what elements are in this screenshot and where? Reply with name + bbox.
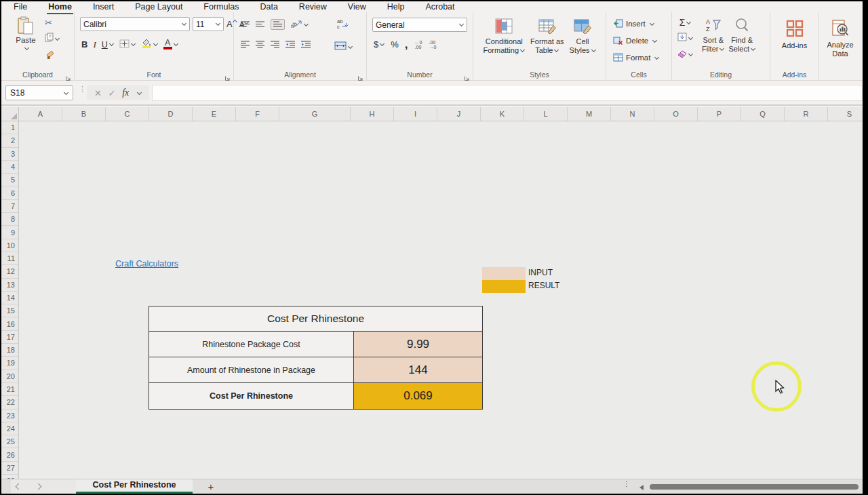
percent-style-button[interactable]: % xyxy=(391,39,399,50)
column-header-D[interactable]: D xyxy=(149,107,193,121)
column-header-Q[interactable]: Q xyxy=(741,107,785,121)
row-header-16[interactable]: 16 xyxy=(1,317,18,330)
menu-tab-formulas[interactable]: Formulas xyxy=(202,1,240,13)
underline-button[interactable]: U xyxy=(102,40,114,50)
enter-icon[interactable]: ✓ xyxy=(108,88,116,98)
row-header-26[interactable]: 26 xyxy=(1,448,18,461)
table-row-value[interactable]: 0.069 xyxy=(354,383,482,409)
column-header-C[interactable]: C xyxy=(106,107,149,121)
row-header-17[interactable]: 17 xyxy=(1,331,18,344)
row-header-1[interactable]: 1 xyxy=(1,121,18,134)
menu-tab-acrobat[interactable]: Acrobat xyxy=(424,1,456,13)
column-header-L[interactable]: L xyxy=(524,107,568,121)
row-header-14[interactable]: 14 xyxy=(1,292,18,304)
select-all-corner[interactable] xyxy=(1,107,19,121)
copy-button[interactable] xyxy=(45,33,60,45)
column-header-P[interactable]: P xyxy=(698,107,741,121)
row-header-24[interactable]: 24 xyxy=(1,422,18,435)
clipboard-dialog-launcher-icon[interactable] xyxy=(65,72,71,78)
accounting-format-button[interactable]: $ xyxy=(374,39,384,50)
align-right-button[interactable] xyxy=(271,41,279,48)
row-header-8[interactable]: 8 xyxy=(1,213,18,226)
column-header-B[interactable]: B xyxy=(62,107,106,121)
column-header-A[interactable]: A xyxy=(19,107,62,121)
row-header-27[interactable]: 27 xyxy=(1,462,18,475)
row-header-3[interactable]: 3 xyxy=(1,148,18,161)
cut-button[interactable]: ✂ xyxy=(45,18,52,28)
menu-tab-data[interactable]: Data xyxy=(258,1,279,13)
menu-tab-file[interactable]: File xyxy=(12,1,28,13)
fill-button[interactable] xyxy=(677,32,693,44)
font-name-select[interactable]: Calibri xyxy=(80,17,190,31)
sort-filter-button[interactable]: AZSort &Filter xyxy=(702,15,724,54)
row-header-15[interactable]: 15 xyxy=(1,304,18,317)
column-header-O[interactable]: O xyxy=(654,107,698,121)
format-cells-button[interactable]: Format xyxy=(613,52,671,64)
borders-button[interactable] xyxy=(119,39,136,51)
number-format-select[interactable]: General xyxy=(372,18,467,32)
menu-tab-review[interactable]: Review xyxy=(298,1,328,13)
row-header-21[interactable]: 21 xyxy=(1,383,18,396)
column-header-R[interactable]: R xyxy=(785,107,828,121)
column-header-H[interactable]: H xyxy=(351,107,394,121)
comma-style-button[interactable]: , xyxy=(405,42,408,47)
wrap-text-button[interactable]: abc xyxy=(337,18,349,31)
find-select-button[interactable]: Find &Select xyxy=(728,15,755,54)
insert-cells-button[interactable]: Insert xyxy=(613,18,671,30)
table-row-value[interactable]: 144 xyxy=(354,357,482,382)
fill-color-button[interactable] xyxy=(141,38,158,51)
row-header-23[interactable]: 23 xyxy=(1,410,18,422)
merge-center-button[interactable] xyxy=(334,41,353,53)
sheet-tab-active[interactable]: Cost Per Rhinestone xyxy=(76,479,193,494)
font-color-button[interactable]: A xyxy=(163,39,178,50)
analyze-data-button[interactable]: Analyze Data xyxy=(827,16,853,80)
autosum-button[interactable]: Σ xyxy=(677,17,693,28)
bold-button[interactable]: B xyxy=(81,39,87,50)
row-header-10[interactable]: 10 xyxy=(1,239,18,252)
column-header-E[interactable]: E xyxy=(193,107,236,121)
align-bottom-button[interactable] xyxy=(271,19,285,30)
column-header-K[interactable]: K xyxy=(481,107,524,121)
column-header-I[interactable]: I xyxy=(394,107,437,121)
menu-tab-view[interactable]: View xyxy=(347,1,368,13)
alignment-dialog-launcher-icon[interactable] xyxy=(357,72,363,78)
row-header-6[interactable]: 6 xyxy=(1,186,18,199)
row-header-9[interactable]: 9 xyxy=(1,226,18,239)
craft-calculators-link[interactable]: Craft Calculators xyxy=(115,259,178,269)
row-header-19[interactable]: 19 xyxy=(1,357,18,370)
horizontal-scrollbar-thumb[interactable] xyxy=(650,484,859,490)
spreadsheet-grid[interactable]: 1234567891011121314151617181920212223242… xyxy=(1,121,863,479)
row-header-12[interactable]: 12 xyxy=(1,265,18,278)
row-header-5[interactable]: 5 xyxy=(1,174,18,186)
menu-tab-page-layout[interactable]: Page Layout xyxy=(134,1,184,13)
row-header-18[interactable]: 18 xyxy=(1,344,18,357)
insert-function-button[interactable]: fx xyxy=(122,87,129,98)
decrease-decimal-button[interactable]: .00→0 xyxy=(428,40,436,50)
row-header-20[interactable]: 20 xyxy=(1,370,18,383)
align-left-button[interactable] xyxy=(241,41,250,48)
formula-input[interactable] xyxy=(152,85,863,101)
increase-decimal-button[interactable]: ←0.00 xyxy=(414,40,422,50)
row-header-13[interactable]: 13 xyxy=(1,279,18,292)
align-top-button[interactable] xyxy=(241,21,250,28)
decrease-indent-button[interactable] xyxy=(285,41,295,48)
menu-tab-insert[interactable]: Insert xyxy=(92,1,115,13)
clear-button[interactable] xyxy=(677,48,693,60)
increase-indent-button[interactable] xyxy=(301,41,311,48)
scroll-left-icon[interactable] xyxy=(639,485,644,490)
row-header-4[interactable]: 4 xyxy=(1,161,18,174)
row-header-25[interactable]: 25 xyxy=(1,435,18,448)
paste-button[interactable]: Paste xyxy=(11,16,41,52)
row-header-2[interactable]: 2 xyxy=(1,134,18,147)
font-dialog-launcher-icon[interactable] xyxy=(224,72,231,78)
font-size-select[interactable]: 11 xyxy=(193,17,224,31)
menu-tab-help[interactable]: Help xyxy=(386,1,406,13)
new-sheet-button[interactable]: + xyxy=(202,479,220,494)
column-header-M[interactable]: M xyxy=(568,107,611,121)
format-painter-button[interactable] xyxy=(45,50,55,62)
delete-cells-button[interactable]: Delete xyxy=(613,35,671,47)
horizontal-scrollbar[interactable] xyxy=(648,483,861,490)
italic-button[interactable]: I xyxy=(93,39,96,50)
orientation-button[interactable]: ab xyxy=(291,18,309,31)
column-header-F[interactable]: F xyxy=(236,107,279,121)
